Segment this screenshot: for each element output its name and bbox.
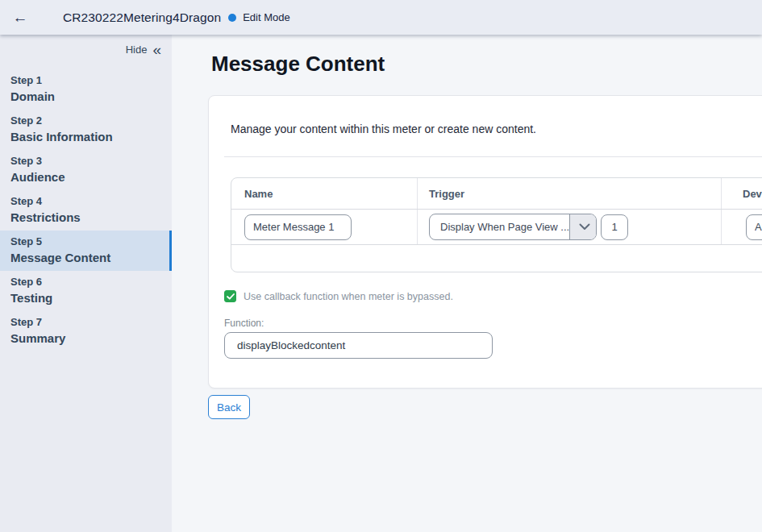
step-name: Restrictions [10,210,159,225]
step-name: Basic Information [10,129,159,144]
sidebar-item-restrictions[interactable]: Step 4 Restrictions [0,190,172,231]
card-divider [224,156,762,157]
checkmark-icon [227,293,235,300]
sidebar-item-testing[interactable]: Step 6 Testing [0,271,172,311]
column-header-device: Device [722,188,762,200]
step-name: Testing [10,290,159,305]
collapse-sidebar-icon: « [152,44,161,56]
column-header-trigger: Trigger [418,188,464,200]
sidebar-item-basic-information[interactable]: Step 2 Basic Information [0,110,172,150]
step-label: Step 4 [10,195,159,208]
main-content: Message Content Manage your content with… [172,35,762,532]
table-header-row: Name Trigger Device [231,178,762,210]
step-label: Step 1 [10,74,159,87]
steps-nav: Step 1 Domain Step 2 Basic Information S… [0,69,172,351]
hide-label: Hide [126,44,148,56]
device-input[interactable] [746,214,762,240]
back-button[interactable]: Back [208,395,250,419]
trigger-count-input[interactable] [601,214,628,240]
sidebar-item-domain[interactable]: Step 1 Domain [0,69,172,110]
step-name: Message Content [10,250,159,265]
sidebar-item-audience[interactable]: Step 3 Audience [0,150,172,190]
hide-sidebar-toggle[interactable]: Hide « [0,35,172,56]
message-name-input[interactable] [244,214,352,240]
intro-text: Manage your content within this meter or… [231,123,762,135]
meter-title: CR230222Metering4Dragon [63,10,221,25]
message-content-card: Manage your content within this meter or… [208,95,762,389]
function-input[interactable] [224,332,493,359]
edit-mode-dot-icon [228,14,236,22]
column-header-name: Name [231,188,273,200]
page-layout: Hide « Step 1 Domain Step 2 Basic Inform… [0,35,762,532]
trigger-select-value: Display When Page View ... [430,214,569,239]
step-label: Step 5 [10,235,159,248]
trigger-select[interactable]: Display When Page View ... [429,214,597,240]
function-label: Function: [224,318,762,329]
page-title: Message Content [211,51,762,77]
callback-checkbox[interactable] [224,290,236,302]
step-name: Summary [10,330,159,346]
step-label: Step 6 [10,276,159,289]
callback-checkbox-label: Use callback function when meter is bypa… [244,291,453,302]
top-bar: ← CR230222Metering4Dragon Edit Mode [0,0,762,35]
step-label: Step 3 [10,155,159,168]
table-footer-spacer [231,245,762,272]
steps-sidebar: Hide « Step 1 Domain Step 2 Basic Inform… [0,35,172,532]
table-row: Display When Page View ... [231,210,762,245]
callback-row: Use callback function when meter is bypa… [224,290,762,302]
edit-mode-label: Edit Mode [243,11,290,23]
messages-table: Name Trigger Device Display W [231,177,762,272]
step-label: Step 7 [10,316,159,329]
step-name: Domain [10,89,159,104]
sidebar-item-message-content[interactable]: Step 5 Message Content [0,231,172,271]
step-name: Audience [10,169,159,185]
step-label: Step 2 [10,114,159,127]
back-arrow-icon[interactable]: ← [10,7,31,28]
sidebar-item-summary[interactable]: Step 7 Summary [0,311,172,351]
chevron-down-icon [569,214,597,239]
